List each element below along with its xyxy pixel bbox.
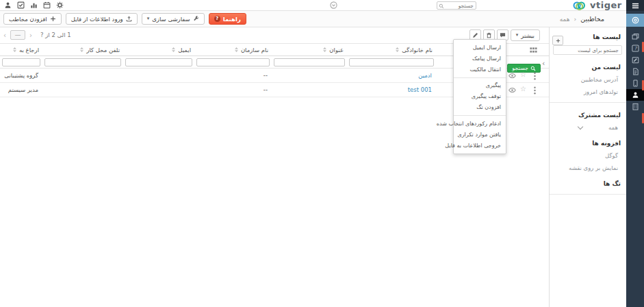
breadcrumb-view[interactable]: همه bbox=[560, 16, 570, 23]
caret-down-icon: ▾ bbox=[516, 33, 519, 38]
sort-icon[interactable] bbox=[322, 47, 327, 53]
menu-item-find-duplicates[interactable]: یافتن موارد تکراری bbox=[454, 129, 506, 140]
eye-icon[interactable] bbox=[508, 86, 516, 94]
pencil-icon bbox=[472, 32, 478, 38]
life-ring-icon bbox=[632, 16, 639, 24]
shared-list-section-title: لیست مشترک bbox=[549, 112, 626, 119]
breadcrumb: مخاطبین ‹ همه bbox=[560, 15, 604, 23]
person-icon bbox=[632, 91, 639, 99]
module-toolbar: افزودن مخاطب ورود اطلاعات از فایل سفارشی… bbox=[0, 11, 626, 27]
column-header-last-name[interactable]: نام خانوادگی bbox=[402, 47, 433, 53]
sidebar-item-todays-birthdays[interactable]: تولدهای امروز bbox=[549, 88, 626, 95]
breadcrumb-separator: ‹ bbox=[574, 15, 577, 23]
column-header-office-phone[interactable]: تلفن محل کار bbox=[86, 47, 120, 53]
column-header-email[interactable]: ایمیل bbox=[178, 47, 191, 53]
note-icon bbox=[632, 56, 639, 64]
chevron-down-icon bbox=[578, 124, 583, 130]
user-icon[interactable] bbox=[4, 1, 12, 9]
sort-icon[interactable] bbox=[395, 47, 400, 53]
pagination-label[interactable]: 1 الی 2 از ? bbox=[40, 32, 71, 38]
sidebar-item-all[interactable]: همه bbox=[549, 124, 626, 131]
pagination: ‹ — › 1 الی 2 از ? bbox=[2, 30, 71, 40]
upload-icon bbox=[126, 16, 132, 22]
sidebar-divider bbox=[549, 194, 626, 195]
eye-icon[interactable] bbox=[508, 72, 516, 79]
search-icon[interactable] bbox=[439, 3, 444, 9]
rail-item-notes[interactable] bbox=[626, 54, 644, 66]
sort-icon[interactable] bbox=[234, 47, 239, 53]
comment-icon bbox=[500, 32, 506, 38]
logo-text: vtiger bbox=[590, 1, 622, 10]
hamburger-menu-button[interactable] bbox=[626, 0, 644, 11]
menu-item-send-sms[interactable]: ارسال پیامک bbox=[454, 53, 506, 64]
menu-divider bbox=[454, 115, 506, 116]
sort-icon[interactable] bbox=[79, 47, 84, 53]
more-button[interactable]: بیشتر ▾ bbox=[511, 29, 540, 41]
sort-icon[interactable] bbox=[12, 47, 17, 53]
mobile-icon bbox=[632, 79, 639, 87]
menu-item-add-tag[interactable]: افزودن تگ bbox=[454, 102, 506, 113]
dots-vertical-icon[interactable] bbox=[533, 86, 537, 95]
add-list-button[interactable] bbox=[552, 36, 563, 45]
vtiger-logo: vtiger bbox=[572, 0, 622, 11]
column-header-title[interactable]: عنوان bbox=[329, 47, 344, 53]
vtiger-logo-mark bbox=[572, 1, 589, 10]
hamburger-icon bbox=[632, 2, 639, 10]
page-next-icon[interactable]: › bbox=[28, 32, 34, 39]
filter-office-phone[interactable] bbox=[44, 58, 121, 66]
rail-item-documents[interactable] bbox=[626, 66, 644, 77]
sort-icon[interactable] bbox=[171, 47, 176, 53]
rail-item-contacts[interactable] bbox=[626, 89, 644, 101]
rail-item-organizations[interactable] bbox=[626, 101, 644, 112]
filter-assigned-to[interactable] bbox=[2, 58, 40, 66]
building-icon bbox=[632, 103, 639, 110]
gear-icon[interactable] bbox=[56, 1, 64, 9]
grid-icon[interactable] bbox=[530, 47, 537, 53]
question-icon: ? bbox=[632, 45, 639, 52]
customize-button[interactable]: سفارشی سازی ▾ bbox=[142, 13, 205, 25]
column-header-organization[interactable]: نام سازمان bbox=[241, 47, 268, 53]
page-prev-icon[interactable]: ‹ bbox=[2, 32, 8, 39]
circle-chevron-icon[interactable] bbox=[330, 1, 337, 9]
chart-icon[interactable] bbox=[30, 1, 38, 9]
plus-icon bbox=[556, 38, 561, 43]
addons-section-title: افزونه ها bbox=[549, 140, 626, 147]
menu-item-follow[interactable]: پیگیری bbox=[454, 80, 506, 91]
global-search-input[interactable] bbox=[446, 3, 476, 10]
menu-item-stop-following[interactable]: توقف پیگیری bbox=[454, 91, 506, 102]
column-header-assigned-to[interactable]: ارجاع به bbox=[19, 47, 39, 53]
filter-organization[interactable] bbox=[196, 58, 270, 66]
record-link[interactable]: ادمین bbox=[418, 72, 432, 79]
wrench-icon bbox=[193, 16, 199, 22]
menu-item-send-email[interactable]: ارسال ایمیل bbox=[454, 42, 506, 53]
menu-divider bbox=[454, 77, 506, 78]
my-list-section-title: لیست من bbox=[549, 64, 626, 71]
rail-item-dashboard[interactable] bbox=[626, 14, 644, 27]
help-icon: ? bbox=[214, 16, 220, 22]
page-jump-button[interactable]: — bbox=[10, 30, 25, 40]
rail-item-deals[interactable] bbox=[626, 31, 644, 42]
tasks-icon[interactable] bbox=[17, 1, 25, 9]
filter-email[interactable] bbox=[125, 58, 192, 66]
star-icon[interactable]: ☆ bbox=[520, 85, 526, 93]
filter-last-name[interactable] bbox=[349, 58, 434, 66]
help-button[interactable]: راهنما ? bbox=[209, 13, 246, 25]
calendar-icon[interactable] bbox=[43, 1, 51, 9]
star-icon[interactable]: ☆ bbox=[520, 71, 526, 78]
sidebar-item-contact-address[interactable]: آدرس مخاطبین bbox=[549, 76, 626, 83]
menu-item-merge-selected-records[interactable]: ادغام رکوردهای انتخاب شده bbox=[454, 118, 506, 129]
topbar-shortcut-icons bbox=[4, 1, 64, 9]
menu-item-export-to-file[interactable]: خروجی اطلاعات به فایل bbox=[454, 140, 506, 151]
import-button[interactable]: ورود اطلاعات از فایل bbox=[66, 13, 138, 25]
list-search-input[interactable] bbox=[554, 46, 621, 54]
sidebar-item-show-on-map[interactable]: نمایش بر روی نقشه bbox=[549, 164, 626, 171]
sidebar-item-google[interactable]: گوگل bbox=[549, 152, 626, 159]
breadcrumb-module[interactable]: مخاطبین bbox=[580, 15, 604, 23]
filter-title[interactable] bbox=[274, 58, 345, 66]
menu-item-transfer-ownership[interactable]: انتقال مالکیت bbox=[454, 64, 506, 75]
lists-sidebar: لیست ها لیست من آدرس مخاطبین تولدهای امر… bbox=[549, 27, 626, 307]
sidebar-collapse-icon[interactable]: › bbox=[542, 59, 545, 68]
add-contact-button[interactable]: افزودن مخاطب bbox=[3, 13, 62, 25]
record-link[interactable]: test 001 bbox=[408, 86, 432, 93]
dots-vertical-icon[interactable] bbox=[533, 72, 537, 80]
